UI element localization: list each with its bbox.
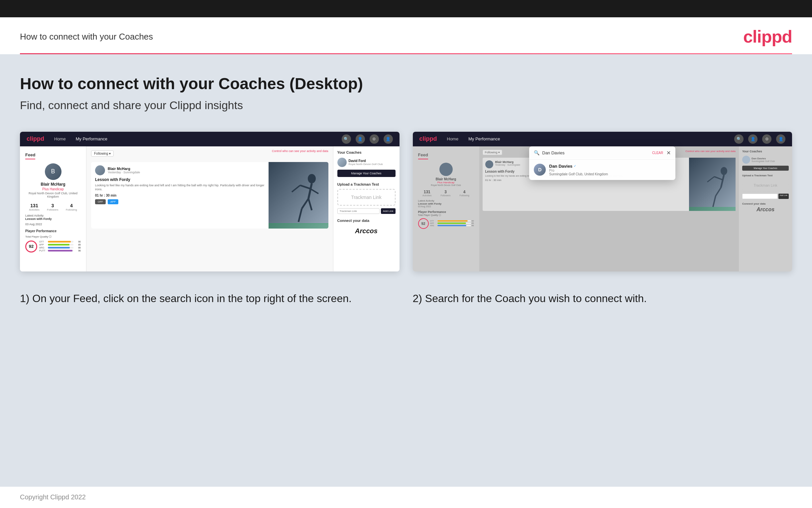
dimmed-lesson-name: Blair McHarg <box>495 160 521 164</box>
control-activity-link[interactable]: Control who can see your activity and da… <box>272 150 328 153</box>
search-icon[interactable]: 🔍 <box>342 134 351 144</box>
dimmed-coach-club: Sunningdale Golf Club <box>752 160 775 162</box>
upload-section-title: Upload a Trackman Test <box>337 182 395 186</box>
page-title: How to connect with your Coaches <box>20 32 153 42</box>
stat-activities-label: Activities <box>29 208 40 211</box>
search-icon-2[interactable]: 🔍 <box>734 134 744 144</box>
dimmed-stat-fol: 3Followers <box>441 189 451 197</box>
captions-row: 1) On your Feed, click on the search ico… <box>20 291 792 306</box>
dimmed-latest-label: Latest Activity <box>418 199 474 202</box>
app-nav-logo: clippd <box>27 135 44 142</box>
coaches-title: Your Coaches <box>337 151 395 154</box>
dimmed-club: Royal North Devon Golf Club <box>418 184 474 186</box>
golfer-svg <box>269 162 328 228</box>
avatar: B <box>45 163 61 180</box>
stat-followers-num: 3 <box>47 203 58 208</box>
manage-coaches-button[interactable]: Manage Your Coaches <box>337 170 395 177</box>
trackman-placeholder: Trackman Link <box>337 189 395 206</box>
search-result-item[interactable]: D Dan Davies ✓ Pro Sunningdale Golf Club… <box>529 160 675 180</box>
settings-icon-2[interactable]: ⚙ <box>762 134 771 144</box>
svg-line-16 <box>707 177 714 182</box>
dimmed-lesson-time: Yesterday · Sunningdale <box>495 164 521 166</box>
latest-activity-title: Lesson with Fordy <box>25 217 81 220</box>
caption-block-1: 1) On your Feed, click on the search ico… <box>20 291 399 306</box>
avatar-icon[interactable]: 👤 <box>384 134 393 144</box>
result-badge: ✓ <box>574 164 576 168</box>
dimmed-bar-arg: ARG86 <box>430 224 474 226</box>
dimmed-lesson-avatar <box>485 160 493 168</box>
dimmed-bar-ott: OTT90 <box>430 220 474 222</box>
svg-line-12 <box>721 175 724 187</box>
dimmed-bar-app: APP85 <box>430 222 474 224</box>
app-main-1: Following ▾ Control who can see your act… <box>86 146 333 271</box>
profile-icon-2[interactable]: 👤 <box>748 134 758 144</box>
screenshots-row: clippd Home My Performance 🔍 👤 ⚙ 👤 Feed <box>20 132 792 271</box>
svg-rect-17 <box>689 207 735 211</box>
dimmed-ott-val: 90 <box>472 220 474 222</box>
svg-line-15 <box>714 177 722 180</box>
arccos-logo: Arccos <box>337 224 395 238</box>
dimmed-sidebar: Feed Blair McHarg Plus Handicap Royal No… <box>413 146 479 271</box>
bar-putt: PUTT 96 <box>39 250 81 252</box>
dimmed-arccos: Arccos <box>742 207 789 213</box>
off-button[interactable]: OFF <box>95 199 106 204</box>
lesson-title: Lesson with Fordy <box>95 177 265 182</box>
bar-ott: OTT 90 <box>39 241 81 243</box>
svg-rect-10 <box>269 223 328 228</box>
following-button[interactable]: Following ▾ <box>91 151 114 157</box>
nav-my-performance-2: My Performance <box>468 136 500 141</box>
settings-icon[interactable]: ⚙ <box>370 134 379 144</box>
dimmed-stat-act-num: 131 <box>423 189 432 194</box>
dimmed-latest-title: Lesson with Fordy <box>418 202 474 205</box>
search-input-value[interactable]: Dan Davies <box>542 151 652 155</box>
search-clear-button[interactable]: CLEAR <box>652 151 663 155</box>
main-heading: How to connect with your Coaches (Deskto… <box>20 74 792 93</box>
dimmed-profile: Blair McHarg Plus Handicap Royal North D… <box>418 163 474 186</box>
mock-app-2: clippd Home My Performance 🔍 👤 ⚙ 👤 Feed <box>413 132 793 271</box>
dimmed-stat-folw-label: Following <box>459 194 469 197</box>
quality-score: 92 <box>25 241 37 253</box>
bar-putt-val: 96 <box>75 250 81 252</box>
dimmed-bars: OTT90 APP85 ARG86 <box>430 220 474 227</box>
dimmed-stat-fol-num: 3 <box>441 189 451 194</box>
nav-home[interactable]: Home <box>54 136 66 141</box>
dimmed-arg-fill <box>437 225 466 226</box>
dimmed-stat-folw: 4Following <box>459 189 469 197</box>
main-subheading: Find, connect and share your Clippd insi… <box>20 99 792 112</box>
profile-section: B Blair McHarg Plus Handicap Royal North… <box>25 163 81 198</box>
dimmed-coach-avatar <box>742 156 750 164</box>
add-link-button[interactable]: Add Link <box>381 208 395 214</box>
nav-my-performance[interactable]: My Performance <box>76 136 107 141</box>
dimmed-stat-fol-label: Followers <box>441 194 451 197</box>
avatar-icon-2[interactable]: 👤 <box>776 134 785 144</box>
nav-icons-2: 🔍 👤 ⚙ 👤 <box>734 134 785 144</box>
stat-followers: 3 Followers <box>47 203 58 211</box>
lesson-time: Yesterday · Sunningdale <box>108 171 140 174</box>
coach-name: David Ford <box>349 159 383 163</box>
dimmed-stat-act: 131Activities <box>423 189 432 197</box>
dimmed-quality-score: 92 <box>418 218 429 229</box>
app-button[interactable]: APP <box>108 199 118 204</box>
app-nav-1: clippd Home My Performance 🔍 👤 ⚙ 👤 <box>20 132 399 146</box>
bar-arg-track <box>48 247 74 249</box>
screenshot-panel-2: clippd Home My Performance 🔍 👤 ⚙ 👤 Feed <box>413 132 793 271</box>
app-right-1: Your Coaches David Ford Royal North Devo… <box>333 146 399 271</box>
player-perf-label: Player Performance <box>25 229 81 233</box>
stat-following: 4 Following <box>66 203 77 211</box>
lesson-avatar <box>95 165 105 175</box>
trackman-input[interactable] <box>337 208 380 214</box>
dimmed-quality-label: Total Player Quality ⓘ <box>418 214 474 217</box>
profile-icon[interactable]: 👤 <box>355 134 365 144</box>
dimmed-coaches-title: Your Coaches <box>742 150 789 153</box>
stat-following-label: Following <box>66 208 77 211</box>
result-role: Pro <box>549 169 671 172</box>
coach-club: Royal North Devon Golf Club <box>349 163 383 166</box>
dimmed-connect-title: Connect your data <box>742 202 789 205</box>
bar-arg-val: 86 <box>75 247 81 249</box>
bar-app-val: 85 <box>75 244 81 246</box>
dimmed-add-link: Add Link <box>778 194 789 199</box>
nav-home-2: Home <box>447 136 459 141</box>
search-close-button[interactable]: ✕ <box>666 150 671 156</box>
quality-bars: OTT 90 APP <box>39 241 81 253</box>
dimmed-perf-label: Player Performance <box>418 210 474 214</box>
